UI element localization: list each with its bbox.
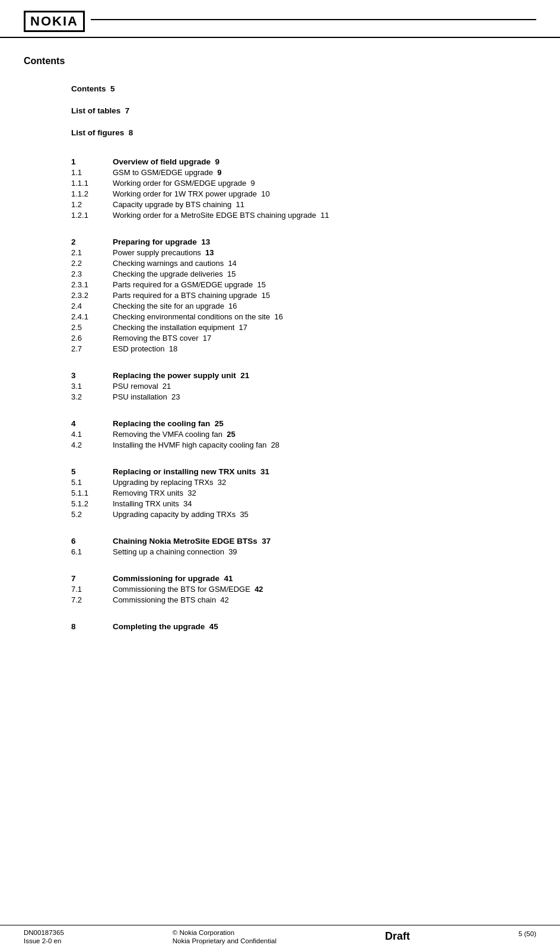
- page-container: NOKIA Contents Contents 5 List of tables…: [0, 0, 560, 948]
- toc-row-2-7: 2.7 ESD protection 18: [71, 344, 536, 353]
- toc-section-7: 7 Commissioning for upgrade 41 7.1 Commi…: [71, 574, 536, 604]
- toc-section-8: 8 Completing the upgrade 45: [71, 622, 536, 631]
- toc-top-list-of-figures: List of figures 8: [71, 128, 536, 137]
- toc-top-list-of-tables: List of tables 7: [71, 106, 536, 115]
- toc-section-4: 4 Replacing the cooling fan 25 4.1 Remov…: [71, 419, 536, 449]
- toc-section-6: 6 Chaining Nokia MetroSite EDGE BTSs 37 …: [71, 537, 536, 556]
- toc-row-5-1-1: 5.1.1 Removing TRX units 32: [71, 489, 536, 497]
- toc-row-4: 4 Replacing the cooling fan 25: [71, 419, 536, 428]
- toc-section-1: 1 Overview of field upgrade 9 1.1 GSM to…: [71, 157, 536, 220]
- footer-doc-number: DN00187365: [24, 929, 64, 936]
- toc-row-5-2: 5.2 Upgrading capacity by adding TRXs 35: [71, 510, 536, 519]
- toc-row-3: 3 Replacing the power supply unit 21: [71, 371, 536, 380]
- toc-row-2-6: 2.6 Removing the BTS cover 17: [71, 334, 536, 343]
- toc-row-2-3: 2.3 Checking the upgrade deliveries 15: [71, 270, 536, 278]
- nokia-logo: NOKIA: [24, 11, 85, 32]
- footer-issue: Issue 2-0 en: [24, 937, 64, 944]
- toc-row-1-1-1: 1.1.1 Working order for GSM/EDGE upgrade…: [71, 179, 536, 188]
- footer-copyright: © Nokia Corporation: [173, 929, 276, 936]
- header: NOKIA: [0, 0, 560, 38]
- toc-row-1-1-2: 1.1.2 Working order for 1W TRX power upg…: [71, 189, 536, 198]
- toc-row-2-3-2: 2.3.2 Parts required for a BTS chaining …: [71, 291, 536, 300]
- toc-row-2: 2 Preparing for upgrade 13: [71, 237, 536, 246]
- toc-section-3: 3 Replacing the power supply unit 21 3.1…: [71, 371, 536, 401]
- main-content: Contents Contents 5 List of tables 7 Lis…: [0, 38, 560, 631]
- toc-row-5-1: 5.1 Upgrading by replacing TRXs 32: [71, 478, 536, 487]
- footer: DN00187365 Issue 2-0 en © Nokia Corporat…: [0, 925, 560, 948]
- toc-row-4-2: 4.2 Installing the HVMF high capacity co…: [71, 440, 536, 449]
- toc-row-1: 1 Overview of field upgrade 9: [71, 157, 536, 166]
- toc-row-2-1: 2.1 Power supply precautions 13: [71, 248, 536, 257]
- toc-row-3-1: 3.1 PSU removal 21: [71, 382, 536, 391]
- toc-row-8: 8 Completing the upgrade 45: [71, 622, 536, 631]
- toc-row-4-1: 4.1 Removing the VMFA cooling fan 25: [71, 430, 536, 439]
- toc-row-2-4-1: 2.4.1 Checking environmental conditions …: [71, 312, 536, 321]
- toc-top-contents: Contents 5: [71, 84, 536, 93]
- toc-row-7-1: 7.1 Commissioning the BTS for GSM/EDGE 4…: [71, 585, 536, 594]
- toc-row-3-2: 3.2 PSU installation 23: [71, 392, 536, 401]
- footer-left: DN00187365 Issue 2-0 en: [24, 929, 64, 944]
- page-title: Contents: [24, 56, 536, 66]
- toc-section-5: 5 Replacing or installing new TRX units …: [71, 467, 536, 519]
- toc-row-5: 5 Replacing or installing new TRX units …: [71, 467, 536, 476]
- header-line: [91, 19, 536, 20]
- toc-row-1-2-1: 1.2.1 Working order for a MetroSite EDGE…: [71, 211, 536, 220]
- toc-section-2: 2 Preparing for upgrade 13 2.1 Power sup…: [71, 237, 536, 353]
- footer-draft-label: Draft: [385, 929, 410, 943]
- toc-row-6: 6 Chaining Nokia MetroSite EDGE BTSs 37: [71, 537, 536, 546]
- footer-center-meta: © Nokia Corporation Nokia Proprietary an…: [173, 929, 276, 944]
- toc-row-1-1: 1.1 GSM to GSM/EDGE upgrade 9: [71, 168, 536, 177]
- toc-row-5-1-2: 5.1.2 Installing TRX units 34: [71, 499, 536, 508]
- toc-row-1-2: 1.2 Capacity upgrade by BTS chaining 11: [71, 200, 536, 209]
- toc-row-2-4: 2.4 Checking the site for an upgrade 16: [71, 302, 536, 310]
- toc-row-2-2: 2.2 Checking warnings and cautions 14: [71, 259, 536, 268]
- toc-row-6-1: 6.1 Setting up a chaining connection 39: [71, 547, 536, 556]
- footer-page-info: 5 (50): [518, 929, 536, 937]
- toc-row-2-5: 2.5 Checking the installation equipment …: [71, 323, 536, 332]
- toc-container: Contents 5 List of tables 7 List of figu…: [24, 84, 536, 631]
- toc-row-2-3-1: 2.3.1 Parts required for a GSM/EDGE upgr…: [71, 280, 536, 289]
- toc-row-7-2: 7.2 Commissioning the BTS chain 42: [71, 595, 536, 604]
- footer-company-line: Nokia Proprietary and Confidential: [173, 937, 276, 944]
- toc-row-7: 7 Commissioning for upgrade 41: [71, 574, 536, 583]
